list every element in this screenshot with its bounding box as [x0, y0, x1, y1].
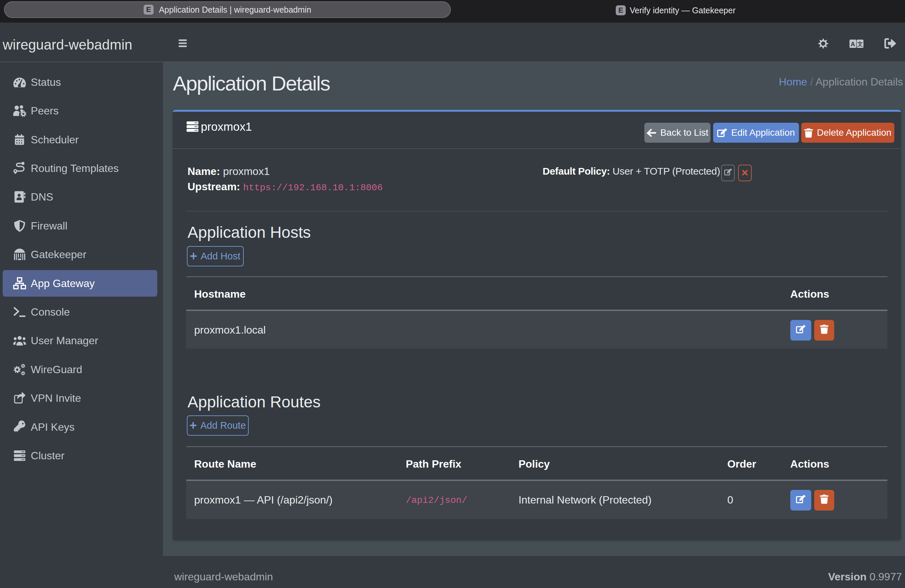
svg-text:A: A	[851, 41, 855, 48]
svg-text:文: 文	[857, 41, 863, 47]
